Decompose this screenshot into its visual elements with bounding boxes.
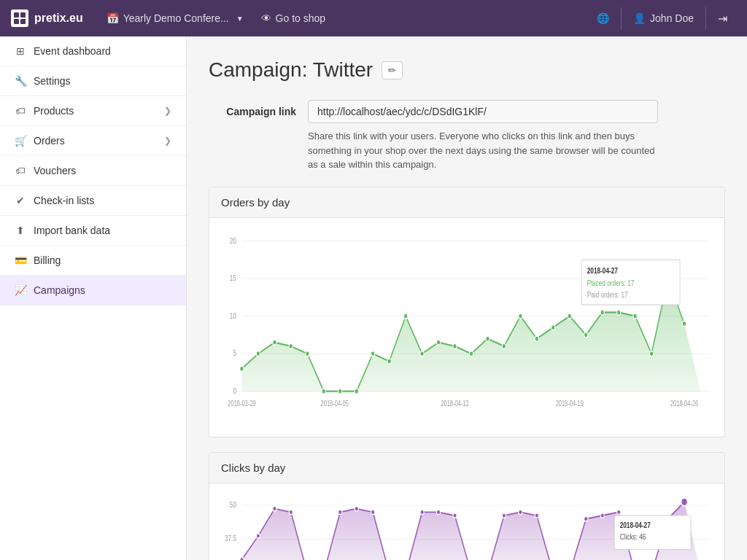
svg-point-67	[371, 510, 375, 515]
clicks-chart-title: Clicks by day	[209, 453, 724, 483]
svg-point-66	[355, 506, 358, 511]
svg-point-65	[338, 510, 342, 515]
svg-point-70	[420, 510, 424, 515]
sidebar-item-import-bank[interactable]: ⬆ Import bank data	[0, 216, 186, 246]
globe-icon: 🌐	[597, 12, 609, 24]
brand-name: pretix.eu	[34, 12, 83, 25]
svg-point-38	[617, 309, 621, 314]
event-selector[interactable]: 📅 Yearly Demo Confere... ▼	[98, 0, 252, 36]
svg-point-86	[681, 497, 688, 505]
sidebar-item-label: Campaigns	[34, 284, 85, 296]
sidebar-item-label: Billing	[34, 254, 61, 266]
dashboard-icon: ⊞	[15, 45, 26, 57]
svg-point-29	[469, 351, 473, 356]
event-name: Yearly Demo Confere...	[123, 12, 229, 24]
dropdown-icon: ▼	[236, 15, 244, 23]
main-layout: ⊞ Event dashboard 🔧 Settings 🏷 Products …	[0, 36, 747, 560]
go-to-shop-link[interactable]: 👁 Go to shop	[252, 0, 335, 36]
user-name: John Doe	[650, 12, 694, 24]
sidebar-item-event-dashboard[interactable]: ⊞ Event dashboard	[0, 36, 186, 66]
svg-point-60	[256, 533, 260, 538]
orders-icon: 🛒	[15, 135, 26, 147]
eye-icon: 👁	[261, 12, 271, 24]
language-selector[interactable]: 🌐	[588, 0, 618, 36]
sidebar-item-label: Settings	[34, 75, 71, 87]
campaign-link-description: Share this link with your users. Everyon…	[308, 129, 658, 172]
svg-point-72	[453, 513, 457, 518]
svg-point-23	[371, 351, 375, 356]
svg-point-22	[355, 389, 358, 394]
sidebar-item-billing[interactable]: 💳 Billing	[0, 246, 186, 276]
svg-point-26	[420, 351, 424, 356]
svg-text:50: 50	[230, 500, 236, 508]
navbar-divider	[621, 7, 622, 29]
vouchers-icon: 🏷	[15, 165, 26, 176]
svg-point-27	[436, 340, 440, 345]
clicks-by-day-chart-card: Clicks by day 50 37.5 25	[209, 452, 725, 561]
svg-point-82	[617, 510, 621, 515]
svg-text:15: 15	[230, 273, 237, 282]
sidebar-item-orders[interactable]: 🛒 Orders ❯	[0, 126, 186, 156]
svg-text:2018-04-26: 2018-04-26	[670, 400, 698, 408]
brand-icon	[11, 9, 28, 27]
edit-icon: ✏	[388, 65, 396, 76]
campaign-link-input[interactable]	[308, 100, 658, 123]
page-title: Campaign: Twitter	[209, 58, 373, 82]
sidebar: ⊞ Event dashboard 🔧 Settings 🏷 Products …	[0, 36, 187, 560]
svg-point-28	[453, 343, 457, 349]
svg-text:10: 10	[230, 311, 237, 320]
svg-point-62	[289, 510, 293, 515]
user-icon: 👤	[633, 12, 646, 24]
svg-point-35	[568, 313, 571, 318]
sidebar-item-vouchers[interactable]: 🏷 Vouchers	[0, 156, 186, 186]
logout-button[interactable]: ⇥	[709, 0, 736, 36]
sidebar-item-products[interactable]: 🏷 Products ❯	[0, 96, 186, 126]
svg-point-39	[633, 313, 637, 318]
svg-point-18	[289, 343, 293, 349]
sidebar-item-checkin[interactable]: ✔ Check-in lists	[0, 186, 186, 216]
svg-point-33	[535, 335, 538, 341]
svg-point-30	[486, 335, 489, 341]
svg-text:2018-04-27: 2018-04-27	[620, 521, 651, 529]
sidebar-item-label: Event dashboard	[34, 45, 111, 57]
svg-text:2018-04-19: 2018-04-19	[556, 400, 584, 408]
chevron-icon: ❯	[164, 106, 171, 116]
orders-chart-title: Orders by day	[209, 187, 724, 218]
sidebar-item-label: Check-in lists	[34, 195, 94, 206]
sidebar-item-settings[interactable]: 🔧 Settings	[0, 66, 186, 96]
navbar-divider-2	[705, 7, 706, 29]
campaigns-icon: 📈	[15, 284, 26, 296]
orders-by-day-chart-card: Orders by day 20 15 10 5 0	[209, 187, 725, 438]
svg-point-34	[551, 324, 555, 330]
sidebar-item-campaigns[interactable]: 📈 Campaigns	[0, 276, 186, 306]
nav-right: 🌐 👤 John Doe ⇥	[588, 0, 736, 36]
import-icon: ⬆	[15, 225, 26, 236]
brand-logo[interactable]: pretix.eu	[11, 9, 83, 27]
billing-icon: 💳	[15, 254, 26, 266]
svg-text:0: 0	[233, 386, 236, 395]
sidebar-item-label: Orders	[34, 135, 65, 147]
user-menu[interactable]: 👤 John Doe	[624, 0, 703, 36]
svg-text:37.5: 37.5	[225, 534, 236, 542]
checkin-icon: ✔	[15, 195, 26, 206]
svg-point-61	[273, 506, 276, 511]
main-content: Campaign: Twitter ✏ Campaign link Share …	[187, 36, 747, 560]
svg-point-20	[322, 389, 325, 394]
orders-chart-body: 20 15 10 5 0	[209, 218, 724, 437]
svg-point-21	[338, 389, 342, 394]
svg-rect-1	[20, 12, 26, 18]
edit-campaign-button[interactable]: ✏	[382, 61, 403, 79]
svg-rect-2	[14, 19, 19, 24]
sidebar-item-label: Import bank data	[34, 225, 110, 236]
svg-text:20: 20	[230, 236, 237, 245]
svg-text:5: 5	[233, 348, 236, 357]
svg-point-75	[502, 513, 506, 518]
svg-point-16	[256, 351, 260, 356]
go-to-shop-label: Go to shop	[276, 12, 326, 24]
svg-text:2018-04-12: 2018-04-12	[441, 400, 468, 408]
svg-point-37	[600, 309, 604, 314]
products-icon: 🏷	[15, 105, 26, 117]
campaign-link-row: Campaign link Share this link with your …	[209, 100, 725, 172]
campaign-link-content: Share this link with your users. Everyon…	[308, 100, 725, 172]
top-navbar: pretix.eu 📅 Yearly Demo Confere... ▼ 👁 G…	[0, 0, 747, 36]
